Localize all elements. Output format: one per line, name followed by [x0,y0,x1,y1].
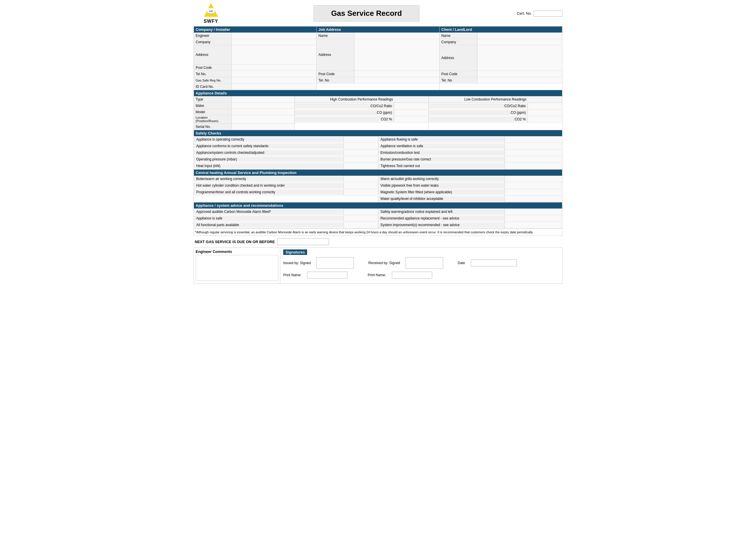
safety-check-r1-input[interactable] [504,136,562,143]
ch-check-r4-input[interactable] [504,196,562,202]
advice-check-r2-input[interactable] [504,215,562,222]
ch-check-r2-input[interactable] [504,182,562,189]
received-signed-input[interactable] [406,257,443,269]
job-name-input[interactable] [354,33,439,39]
svg-text:REGISTER: REGISTER [207,13,214,14]
advice-check-1: Approved audible Carbon Monoxide Alarm f… [194,208,378,215]
issued-signed-input[interactable] [316,257,354,269]
low-co-co2-row: CO/Co2 Ratio [429,103,562,109]
high-combustion-header: High Combustion Performance Readings [295,96,428,103]
make-input[interactable] [231,102,294,109]
engineer-comments-area: Engineer Comments [194,248,280,283]
location-input[interactable] [231,115,294,123]
id-card-row: ID Card No. [194,84,316,90]
client-company-input[interactable] [477,39,562,45]
model-input[interactable] [231,109,294,115]
engineer-comments-label: Engineer Comments [196,250,278,254]
job-postcode-input[interactable] [354,71,439,77]
central-heating-right: Warm air/outlet grills working correctly… [378,176,562,202]
high-co2-input[interactable] [394,116,428,122]
job-address-header: Job Address [317,26,439,33]
advice-check-3-input[interactable] [343,222,378,228]
safety-check-2-input[interactable] [343,143,378,149]
serial-input[interactable] [231,123,294,130]
advice-check-r1-input[interactable] [504,208,562,215]
next-service-label: NEXT GAS SERVICE IS DUE ON OR BEFORE [195,240,275,244]
type-input[interactable] [231,96,294,102]
signatures-header: Signatures [283,250,307,255]
low-co-co2-input[interactable] [527,103,562,109]
gas-safe-logo: safe REGISTER [203,3,219,19]
id-card-input[interactable] [231,84,316,90]
serial-label: Serial No. [194,123,231,130]
ch-check-2: Hot water cylinder condition checked and… [194,182,378,189]
safety-check-r5-input[interactable] [504,163,562,169]
ch-check-1-input[interactable] [343,176,378,182]
ch-check-3-input[interactable] [343,189,378,195]
telno-input[interactable] [231,71,316,77]
safety-check-r5: Tightness Test carried out [378,163,562,169]
address-input[interactable] [231,45,316,64]
safety-check-4-input[interactable] [343,156,378,162]
ch-check-r3-input[interactable] [504,189,562,195]
safety-check-1-input[interactable] [343,136,378,143]
client-address-input[interactable] [477,45,562,70]
serial-row: Serial No. [194,123,294,130]
client-postcode-input[interactable] [477,71,562,77]
job-telno-input[interactable] [354,77,439,83]
svg-text:safe: safe [209,10,213,13]
ch-check-3: Programmer/timer and all controls workin… [194,189,378,196]
model-row: Model [194,109,294,115]
client-company-row: Company [440,39,562,45]
print-name-1-input[interactable] [307,272,347,279]
advice-check-1-input[interactable] [343,208,378,215]
appliance-details-inner: Type Make Model Location (Position/Room)… [194,96,562,130]
gas-safe-reg-input[interactable] [231,77,316,83]
safety-check-1: Appliance is operating correctly [194,136,378,143]
client-name-input[interactable] [477,33,562,39]
high-co2-label: CO2 % [295,117,394,122]
ch-check-2-input[interactable] [343,182,378,189]
advice-check-r1: Safety warning/advice notice explained a… [378,208,562,215]
client-company-label: Company [440,39,477,45]
logo-text: SWFY [204,19,218,24]
advice-check-r3-input[interactable] [504,222,562,228]
address-row: Address [194,45,316,65]
low-co2-input[interactable] [527,116,562,122]
advice-check-2: Appliance is safe [194,215,378,222]
high-co-co2-label: CO/Co2 Ratio [295,103,394,109]
low-co-ppm-label: CO (ppm) [429,110,528,115]
ch-check-r1-input[interactable] [504,176,562,182]
safety-check-r2-input[interactable] [504,143,562,149]
appliance-advice-header: Appliance / system advice and recommenda… [194,202,562,208]
print-name-label-1: Print Name: [283,273,301,277]
safety-check-5-input[interactable] [343,163,378,169]
ch-check-r3: Magnetic System filter fitted (where app… [378,189,562,196]
high-co-ppm-input[interactable] [394,109,428,116]
client-telno-input[interactable] [477,77,562,83]
job-postcode-label: Post Code [317,71,354,77]
client-postcode-row: Post Code [440,71,562,77]
print-name-2-input[interactable] [392,272,432,279]
date-input[interactable] [471,259,517,266]
safety-check-5: Heat Input (kW) [194,163,378,169]
engineer-input[interactable] [231,33,316,39]
company-input[interactable] [231,39,316,45]
safety-check-3-input[interactable] [343,149,378,156]
engineer-row: Engineer [194,33,316,39]
signatures-area: Signatures Issued by: Signed Received by… [280,248,562,283]
safety-check-r3-input[interactable] [504,149,562,156]
advice-check-2-input[interactable] [343,215,378,222]
next-service-input[interactable] [277,238,329,245]
type-label: Type [194,96,231,102]
safety-check-r4-input[interactable] [504,156,562,162]
high-co-co2-input[interactable] [394,103,428,109]
cert-number-input[interactable] [533,10,562,17]
low-co-ppm-input[interactable] [527,109,562,116]
issued-signed-label: Issued by: Signed [283,261,310,265]
low-co2-label: CO2 % [429,117,528,122]
appliance-advice-section: Appliance / system advice and recommenda… [194,202,562,229]
job-address-input[interactable] [354,39,439,70]
engineer-comments-input[interactable] [196,255,278,281]
postcode-input[interactable] [231,65,316,70]
